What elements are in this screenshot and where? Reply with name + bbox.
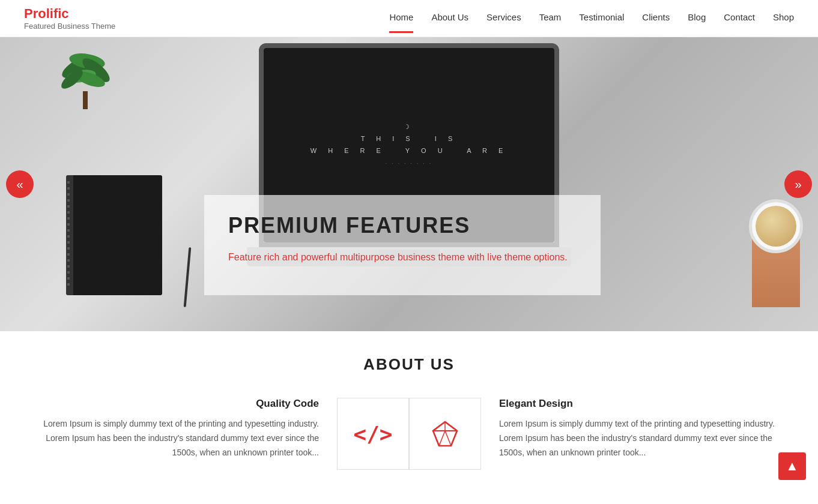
feature1-title: Quality Code: [36, 398, 319, 410]
diamond-icon-box: [409, 398, 481, 470]
svg-line-10: [451, 431, 457, 446]
slide-prev-button[interactable]: «: [6, 170, 34, 198]
hero-subtext: Feature rich and powerful multipurpose b…: [228, 249, 577, 265]
hero-pen-decoration: [184, 247, 192, 307]
nav-item-shop[interactable]: Shop: [773, 12, 794, 25]
hero-text-box: PREMIUM FEATURES Feature rich and powerf…: [204, 195, 601, 295]
svg-line-13: [439, 431, 445, 446]
svg-rect-6: [83, 91, 88, 109]
hero-heading: PREMIUM FEATURES: [228, 213, 577, 238]
feature2-title: Elegant Design: [499, 398, 782, 410]
logo-title[interactable]: Prolific: [24, 6, 115, 22]
feature1-desc: Lorem Ipsum is simply dummy text of the …: [36, 417, 319, 460]
about-section: ABOUT US Quality Code Lorem Ipsum is sim…: [0, 331, 818, 488]
nav-item-services[interactable]: Services: [486, 12, 521, 25]
logo-area: Prolific Featured Business Theme: [24, 6, 115, 31]
slide-next-button[interactable]: »: [784, 170, 812, 198]
code-icon: </>: [353, 422, 392, 446]
about-icons-row: </>: [337, 398, 481, 470]
diamond-icon: [430, 419, 460, 449]
svg-line-9: [433, 431, 439, 446]
svg-line-11: [433, 422, 445, 431]
back-to-top-button[interactable]: ▲: [778, 452, 806, 480]
nav-item-contact[interactable]: Contact: [724, 12, 755, 25]
header: Prolific Featured Business Theme Home Ab…: [0, 0, 818, 37]
nav-item-blog[interactable]: Blog: [688, 12, 706, 25]
nav-item-testimonial[interactable]: Testimonial: [579, 12, 624, 25]
nav-item-home[interactable]: Home: [389, 12, 413, 25]
logo-subtitle: Featured Business Theme: [24, 22, 115, 31]
code-icon-box: </>: [337, 398, 409, 470]
nav-item-about[interactable]: About Us: [431, 12, 468, 25]
hero-plant-decoration: [48, 37, 126, 109]
feature2-desc: Lorem Ipsum is simply dummy text of the …: [499, 417, 782, 460]
hero-notebook-decoration: [66, 175, 162, 295]
feature-quality-code: Quality Code Lorem Ipsum is simply dummy…: [36, 398, 337, 460]
main-nav: Home About Us Services Team Testimonial …: [389, 12, 794, 25]
svg-line-12: [445, 422, 457, 431]
about-section-title: ABOUT US: [36, 355, 782, 374]
laptop-screen-text1: ☽ T H I S I S W H E R E Y O U A R E · · …: [311, 121, 508, 169]
about-grid: Quality Code Lorem Ipsum is simply dummy…: [36, 398, 782, 470]
feature-elegant-design: Elegant Design Lorem Ipsum is simply dum…: [481, 398, 782, 460]
nav-item-clients[interactable]: Clients: [642, 12, 670, 25]
svg-line-14: [445, 431, 451, 446]
nav-item-team[interactable]: Team: [539, 12, 562, 25]
hero-background: ☽ T H I S I S W H E R E Y O U A R E · · …: [0, 37, 818, 331]
hero-coffee-area: [710, 187, 806, 307]
hero-section: ☽ T H I S I S W H E R E Y O U A R E · · …: [0, 37, 818, 331]
